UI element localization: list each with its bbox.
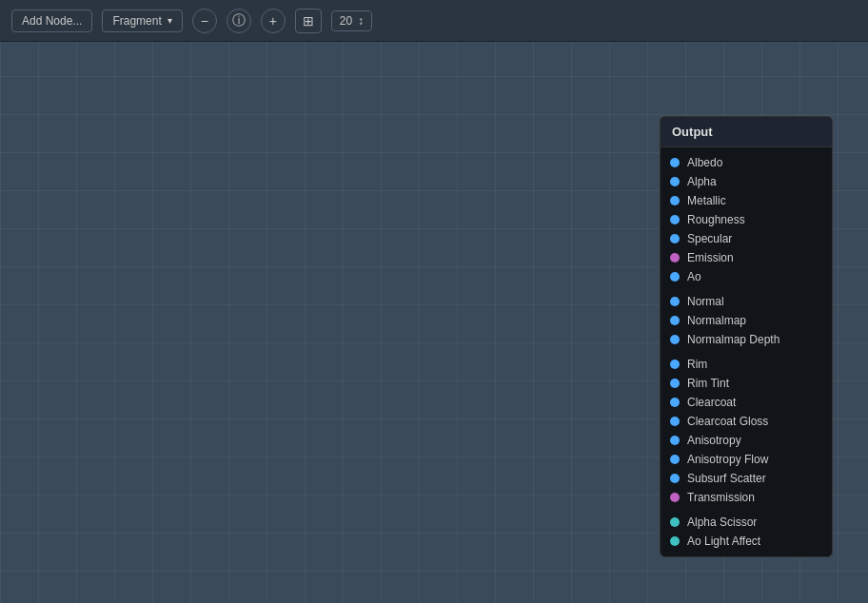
output-item[interactable]: Rim <box>661 355 832 374</box>
output-item-dot <box>670 158 680 167</box>
fragment-label: Fragment <box>112 14 161 28</box>
output-item[interactable]: Anisotropy <box>661 431 832 450</box>
output-item-label: Alpha <box>687 175 717 188</box>
output-item-dot <box>670 316 680 325</box>
output-item[interactable]: Anisotropy Flow <box>661 450 832 469</box>
output-item-dot <box>670 455 680 464</box>
output-item[interactable]: Clearcoat Gloss <box>661 412 832 431</box>
output-item-label: Normal <box>687 295 724 308</box>
plus-icon: + <box>269 13 277 29</box>
output-item-label: Ao <box>687 270 701 283</box>
output-item[interactable]: Ao <box>661 267 832 286</box>
output-item-label: Roughness <box>687 213 745 226</box>
output-item[interactable]: Normal <box>661 292 832 311</box>
chevron-down-icon: ▾ <box>168 15 172 26</box>
add-node-label: Add Node... <box>22 14 82 28</box>
layout-icon: ⊞ <box>303 13 314 29</box>
output-item-dot <box>670 436 680 445</box>
output-item[interactable]: Alpha Scissor <box>661 513 832 532</box>
output-item[interactable]: Albedo <box>661 153 832 172</box>
output-item-label: Anisotropy Flow <box>687 453 768 466</box>
add-node-button[interactable]: Add Node... <box>11 10 92 32</box>
output-item-dot <box>670 272 680 282</box>
output-item-dot <box>670 215 680 224</box>
output-item-dot <box>670 234 680 243</box>
fragment-dropdown-button[interactable]: Fragment ▾ <box>102 10 182 32</box>
output-item[interactable]: Subsurf Scatter <box>661 469 832 488</box>
output-item-label: Normalmap <box>687 314 746 327</box>
output-item-dot <box>670 196 680 205</box>
output-item[interactable]: Metallic <box>661 191 832 210</box>
output-item-dot <box>670 398 680 407</box>
output-item-label: Subsurf Scatter <box>687 472 766 485</box>
output-item-label: Ao Light Affect <box>687 535 760 548</box>
zoom-out-button[interactable]: − <box>192 9 217 33</box>
output-item-label: Rim Tint <box>687 377 729 390</box>
output-item[interactable]: Rim Tint <box>661 374 832 393</box>
output-item[interactable]: Ao Light Affect <box>661 532 832 551</box>
output-item-dot <box>670 177 680 186</box>
output-item[interactable]: Normalmap <box>661 311 832 330</box>
output-item-dot <box>670 536 680 546</box>
output-panel: Output AlbedoAlphaMetallicRoughnessSpecu… <box>660 116 833 557</box>
output-item-dot <box>670 297 680 306</box>
info-button[interactable]: ⓘ <box>227 9 251 33</box>
output-item-dot <box>670 335 680 344</box>
output-item[interactable]: Transmission <box>661 488 832 507</box>
output-panel-title: Output <box>672 125 713 139</box>
output-item-dot <box>670 493 680 502</box>
output-item-label: Clearcoat Gloss <box>687 415 768 428</box>
output-item-dot <box>670 360 680 369</box>
output-item[interactable]: Normalmap Depth <box>661 330 832 349</box>
zoom-in-button[interactable]: + <box>261 9 286 33</box>
layout-button[interactable]: ⊞ <box>295 9 322 33</box>
output-item-label: Specular <box>687 232 732 245</box>
info-icon: ⓘ <box>232 12 246 29</box>
output-item-dot <box>670 379 680 388</box>
output-item-label: Normalmap Depth <box>687 333 779 346</box>
zoom-spinner-icon: ↕ <box>358 14 364 28</box>
output-panel-items: AlbedoAlphaMetallicRoughnessSpecularEmis… <box>661 147 832 556</box>
output-item[interactable]: Roughness <box>661 210 832 229</box>
output-item-label: Anisotropy <box>687 434 741 447</box>
output-item-label: Transmission <box>687 491 755 504</box>
output-item-dot <box>670 417 680 426</box>
output-panel-header: Output <box>661 117 832 147</box>
output-item-label: Metallic <box>687 194 726 207</box>
zoom-value: 20 <box>340 14 352 28</box>
output-item[interactable]: Alpha <box>661 172 832 191</box>
zoom-display: 20 ↕ <box>331 10 372 31</box>
output-item[interactable]: Emission <box>661 248 832 267</box>
output-item[interactable]: Specular <box>661 229 832 248</box>
output-item-label: Emission <box>687 251 734 264</box>
output-item-dot <box>670 253 680 263</box>
output-item-label: Rim <box>687 358 707 371</box>
output-item-label: Albedo <box>687 156 722 169</box>
output-item-label: Clearcoat <box>687 396 736 409</box>
output-item-dot <box>670 517 680 527</box>
output-item-dot <box>670 474 680 483</box>
output-item-label: Alpha Scissor <box>687 515 757 529</box>
output-item[interactable]: Clearcoat <box>661 393 832 412</box>
minus-icon: − <box>201 13 208 29</box>
toolbar: Add Node... Fragment ▾ − ⓘ + ⊞ 20 ↕ <box>0 0 868 42</box>
